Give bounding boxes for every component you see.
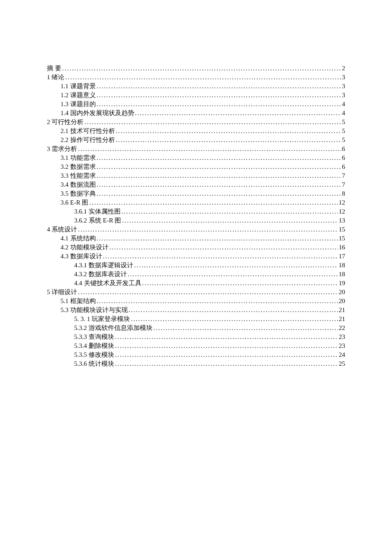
toc-entry-label: 5 详细设计 bbox=[47, 288, 77, 297]
toc-entry-page: 19 bbox=[339, 279, 345, 288]
toc-entry-label: 5. 3. 1 玩家登录模块 bbox=[74, 315, 130, 324]
toc-entry-page: 12 bbox=[339, 207, 345, 216]
toc-entry-page: 20 bbox=[339, 297, 345, 306]
toc-entry-leader bbox=[115, 341, 338, 350]
toc-entry-label: 4.3.2 数据库表设计 bbox=[74, 270, 127, 279]
toc-entry: 2 可行性分析5 bbox=[47, 118, 345, 127]
toc-entry-leader bbox=[65, 73, 341, 82]
toc-entry: 3.6.1 实体属性图12 bbox=[47, 207, 345, 216]
toc-entry: 2.2 操作可行性分析5 bbox=[47, 136, 345, 145]
toc-entry-leader bbox=[153, 324, 338, 332]
toc-entry: 3 需求分析6 bbox=[47, 145, 345, 153]
toc-entry-leader bbox=[84, 118, 341, 127]
toc-entry-leader bbox=[97, 91, 341, 100]
toc-entry-label: 4.3.1 数据库逻辑设计 bbox=[74, 261, 133, 270]
toc-entry-page: 17 bbox=[339, 252, 345, 261]
toc-entry-page: 3 bbox=[342, 73, 346, 82]
toc-entry: 4.3 数据库设计17 bbox=[47, 252, 345, 261]
toc-entry: 5.3.4 删除模块23 bbox=[47, 341, 345, 350]
toc-entry-label: 2.2 操作可行性分析 bbox=[61, 136, 115, 145]
toc-entry-page: 21 bbox=[339, 315, 345, 324]
toc-entry-label: 4.4 关键技术及开发工具 bbox=[74, 279, 141, 288]
toc-entry-page: 20 bbox=[339, 288, 345, 297]
toc-entry-leader bbox=[110, 243, 338, 252]
toc-entry-page: 13 bbox=[339, 216, 345, 225]
toc-entry-leader bbox=[62, 64, 341, 73]
toc-container: 摘 要21 绪论31.1 课题背景31.2 课题意义31.3 课题目的41.4 … bbox=[0, 0, 392, 368]
toc-entry-leader bbox=[129, 306, 338, 315]
toc-entry: 2.1 技术可行性分析5 bbox=[47, 127, 345, 136]
toc-entry: 5.3.5 修改模块24 bbox=[47, 350, 345, 359]
toc-entry: 4.3.2 数据库表设计18 bbox=[47, 270, 345, 279]
toc-entry-leader bbox=[122, 216, 338, 225]
toc-entry-label: 2 可行性分析 bbox=[47, 118, 84, 127]
toc-entry: 3.4 数据流图7 bbox=[47, 180, 345, 189]
toc-entry-label: 5.3 功能模块设计与实现 bbox=[61, 306, 128, 315]
toc-entry-page: 6 bbox=[342, 145, 346, 153]
toc-entry-leader bbox=[121, 207, 338, 216]
toc-entry-leader bbox=[128, 270, 338, 279]
toc-entry-leader bbox=[116, 127, 341, 136]
toc-entry-label: 3.6 E-R 图 bbox=[61, 198, 88, 207]
toc-entry-page: 6 bbox=[342, 162, 346, 171]
toc-entry: 5 详细设计20 bbox=[47, 288, 345, 297]
toc-entry-label: 1.4 国内外发展现状及趋势 bbox=[61, 109, 134, 118]
toc-entry-label: 3.6.1 实体属性图 bbox=[74, 207, 121, 216]
toc-entry-page: 7 bbox=[342, 171, 346, 180]
toc-entry-leader bbox=[116, 136, 341, 145]
toc-entry-label: 4 系统设计 bbox=[47, 225, 77, 234]
toc-entry: 摘 要2 bbox=[47, 64, 345, 73]
toc-entry-leader bbox=[97, 171, 341, 180]
toc-entry-label: 1 绪论 bbox=[47, 73, 64, 82]
toc-entry: 1.4 国内外发展现状及趋势4 bbox=[47, 109, 345, 118]
toc-entry-label: 3.3 性能需求 bbox=[61, 171, 96, 180]
toc-entry-label: 1.3 课题目的 bbox=[61, 100, 96, 109]
toc-entry-leader bbox=[115, 332, 338, 341]
toc-entry-page: 8 bbox=[342, 189, 346, 198]
toc-entry-page: 18 bbox=[339, 261, 345, 270]
toc-entry-leader bbox=[97, 153, 341, 162]
toc-entry-page: 3 bbox=[342, 82, 346, 91]
toc-entry-label: 4.3 数据库设计 bbox=[61, 252, 102, 261]
toc-entry: 1.2 课题意义3 bbox=[47, 91, 345, 100]
toc-entry-label: 3.2 数据需求 bbox=[61, 162, 96, 171]
toc-entry-label: 4.2 功能模块设计 bbox=[61, 243, 109, 252]
toc-entry: 1.1 课题背景3 bbox=[47, 82, 345, 91]
toc-entry-leader bbox=[97, 234, 338, 243]
toc-entry: 4.1 系统结构15 bbox=[47, 234, 345, 243]
toc-entry: 1 绪论3 bbox=[47, 73, 345, 82]
toc-entry: 5.3.3 查询模块23 bbox=[47, 332, 345, 341]
toc-entry-page: 21 bbox=[339, 306, 345, 315]
toc-entry-page: 4 bbox=[342, 109, 346, 118]
toc-entry-label: 1.2 课题意义 bbox=[61, 91, 96, 100]
toc-entry-page: 15 bbox=[339, 234, 345, 243]
toc-entry: 3.3 性能需求7 bbox=[47, 171, 345, 180]
toc-entry: 5.1 框架结构20 bbox=[47, 297, 345, 306]
toc-entry: 1.3 课题目的4 bbox=[47, 100, 345, 109]
toc-entry-page: 4 bbox=[342, 100, 346, 109]
toc-entry-leader bbox=[103, 252, 338, 261]
toc-entry-label: 摘 要 bbox=[47, 64, 61, 73]
toc-entry-leader bbox=[97, 189, 341, 198]
toc-entry-leader bbox=[115, 359, 338, 368]
toc-entry-label: 5.3.6 统计模块 bbox=[74, 359, 114, 368]
toc-entry-leader bbox=[78, 145, 341, 153]
toc-entry-label: 5.3.4 删除模块 bbox=[74, 341, 114, 350]
toc-entry-page: 5 bbox=[342, 118, 346, 127]
toc-entry-label: 3.1 功能需求 bbox=[61, 153, 96, 162]
toc-entry-page: 12 bbox=[339, 198, 345, 207]
toc-entry: 3.1 功能需求6 bbox=[47, 153, 345, 162]
toc-entry-leader bbox=[131, 315, 338, 324]
toc-entry: 5.3.6 统计模块25 bbox=[47, 359, 345, 368]
toc-entry: 4.2 功能模块设计16 bbox=[47, 243, 345, 252]
toc-entry-leader bbox=[97, 82, 341, 91]
toc-entry-page: 18 bbox=[339, 270, 345, 279]
toc-entry-leader bbox=[115, 350, 338, 359]
toc-entry: 5. 3. 1 玩家登录模块21 bbox=[47, 315, 345, 324]
toc-entry-page: 23 bbox=[339, 332, 345, 341]
toc-entry-leader bbox=[97, 100, 341, 109]
toc-entry-label: 5.3.3 查询模块 bbox=[74, 332, 114, 341]
toc-entry: 3.2 数据需求6 bbox=[47, 162, 345, 171]
toc-entry-page: 22 bbox=[339, 324, 345, 332]
toc-entry-label: 3.4 数据流图 bbox=[61, 180, 96, 189]
